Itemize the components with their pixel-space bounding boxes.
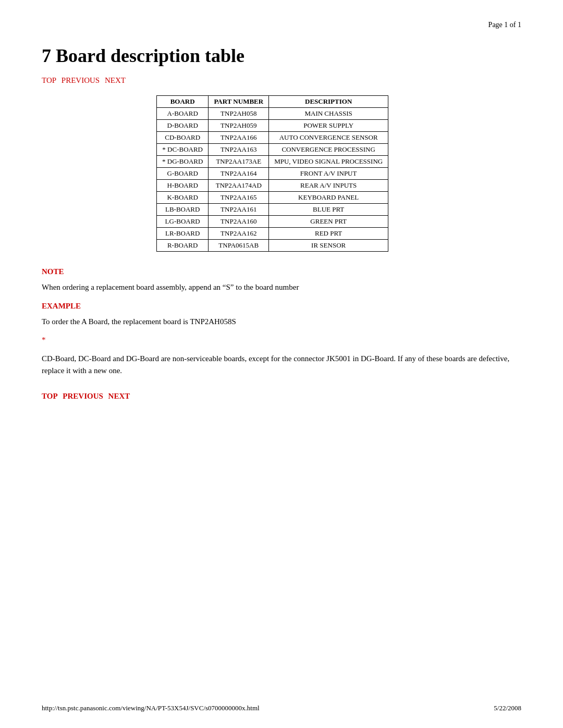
table-row: A-BOARDTNP2AH058MAIN CHASSIS bbox=[157, 108, 388, 120]
nav-top-next[interactable]: NEXT bbox=[105, 76, 126, 84]
cell-description: MAIN CHASSIS bbox=[269, 108, 388, 120]
cell-board: * DG-BOARD bbox=[157, 156, 209, 168]
asterisk-note-text: CD-Board, DC-Board and DG-Board are non-… bbox=[42, 353, 521, 376]
cell-board: H-BOARD bbox=[157, 180, 209, 192]
cell-part-number: TNP2AA164 bbox=[209, 168, 269, 180]
cell-part-number: TNP2AA162 bbox=[209, 228, 269, 240]
table-row: LG-BOARDTNP2AA160GREEN PRT bbox=[157, 216, 388, 228]
cell-part-number: TNP2AA160 bbox=[209, 216, 269, 228]
nav-top-top[interactable]: TOP bbox=[42, 76, 56, 84]
table-row: * DC-BOARDTNP2AA163CONVERGENCE PROCESSIN… bbox=[157, 144, 388, 156]
cell-board: LG-BOARD bbox=[157, 216, 209, 228]
page-title: 7 Board description table bbox=[42, 45, 521, 67]
example-text: To order the A Board, the replacement bo… bbox=[42, 316, 521, 328]
footer-url: http://tsn.pstc.panasonic.com/viewing/NA… bbox=[42, 704, 260, 712]
cell-part-number: TNP2AA174AD bbox=[209, 180, 269, 192]
cell-board: A-BOARD bbox=[157, 108, 209, 120]
cell-description: AUTO CONVERGENCE SENSOR bbox=[269, 132, 388, 144]
table-row: R-BOARDTNPA0615ABIR SENSOR bbox=[157, 240, 388, 252]
cell-description: REAR A/V INPUTS bbox=[269, 180, 388, 192]
cell-description: MPU, VIDEO SIGNAL PROCESSING bbox=[269, 156, 388, 168]
page-number: Page 1 of 1 bbox=[42, 21, 521, 29]
cell-board: G-BOARD bbox=[157, 168, 209, 180]
cell-board: LB-BOARD bbox=[157, 204, 209, 216]
col-header-part-number: PART NUMBER bbox=[209, 96, 269, 108]
cell-part-number: TNPA0615AB bbox=[209, 240, 269, 252]
table-row: * DG-BOARDTNP2AA173AEMPU, VIDEO SIGNAL P… bbox=[157, 156, 388, 168]
cell-board: CD-BOARD bbox=[157, 132, 209, 144]
col-header-description: DESCRIPTION bbox=[269, 96, 388, 108]
table-row: LB-BOARDTNP2AA161BLUE PRT bbox=[157, 204, 388, 216]
nav-links-bottom[interactable]: TOP PREVIOUS NEXT bbox=[42, 392, 521, 401]
footer: http://tsn.pstc.panasonic.com/viewing/NA… bbox=[0, 704, 563, 712]
cell-part-number: TNP2AA161 bbox=[209, 204, 269, 216]
example-label: EXAMPLE bbox=[42, 302, 521, 311]
asterisk-marker: * bbox=[42, 336, 521, 344]
cell-description: CONVERGENCE PROCESSING bbox=[269, 144, 388, 156]
note-text: When ordering a replacement board assemb… bbox=[42, 281, 521, 293]
cell-board: K-BOARD bbox=[157, 192, 209, 204]
note-label: NOTE bbox=[42, 267, 521, 276]
nav-bottom-top[interactable]: TOP bbox=[42, 392, 58, 400]
table-row: G-BOARDTNP2AA164FRONT A/V INPUT bbox=[157, 168, 388, 180]
nav-links-top[interactable]: TOP PREVIOUS NEXT bbox=[42, 76, 521, 85]
nav-bottom-previous[interactable]: PREVIOUS bbox=[63, 392, 103, 400]
cell-part-number: TNP2AA165 bbox=[209, 192, 269, 204]
cell-board: D-BOARD bbox=[157, 120, 209, 132]
cell-description: POWER SUPPLY bbox=[269, 120, 388, 132]
table-row: K-BOARDTNP2AA165KEYBOARD PANEL bbox=[157, 192, 388, 204]
col-header-board: BOARD bbox=[157, 96, 209, 108]
cell-description: GREEN PRT bbox=[269, 216, 388, 228]
cell-part-number: TNP2AH059 bbox=[209, 120, 269, 132]
cell-description: BLUE PRT bbox=[269, 204, 388, 216]
cell-part-number: TNP2AA173AE bbox=[209, 156, 269, 168]
nav-top-previous[interactable]: PREVIOUS bbox=[62, 76, 100, 84]
cell-description: IR SENSOR bbox=[269, 240, 388, 252]
cell-description: FRONT A/V INPUT bbox=[269, 168, 388, 180]
cell-part-number: TNP2AA163 bbox=[209, 144, 269, 156]
cell-board: * DC-BOARD bbox=[157, 144, 209, 156]
cell-part-number: TNP2AH058 bbox=[209, 108, 269, 120]
cell-description: KEYBOARD PANEL bbox=[269, 192, 388, 204]
table-row: LR-BOARDTNP2AA162RED PRT bbox=[157, 228, 388, 240]
nav-bottom-next[interactable]: NEXT bbox=[108, 392, 130, 400]
footer-date: 5/22/2008 bbox=[494, 704, 521, 712]
board-description-table: BOARD PART NUMBER DESCRIPTION A-BOARDTNP… bbox=[156, 95, 388, 252]
cell-board: R-BOARD bbox=[157, 240, 209, 252]
table-row: CD-BOARDTNP2AA166AUTO CONVERGENCE SENSOR bbox=[157, 132, 388, 144]
table-row: D-BOARDTNP2AH059POWER SUPPLY bbox=[157, 120, 388, 132]
cell-description: RED PRT bbox=[269, 228, 388, 240]
cell-board: LR-BOARD bbox=[157, 228, 209, 240]
cell-part-number: TNP2AA166 bbox=[209, 132, 269, 144]
table-row: H-BOARDTNP2AA174ADREAR A/V INPUTS bbox=[157, 180, 388, 192]
